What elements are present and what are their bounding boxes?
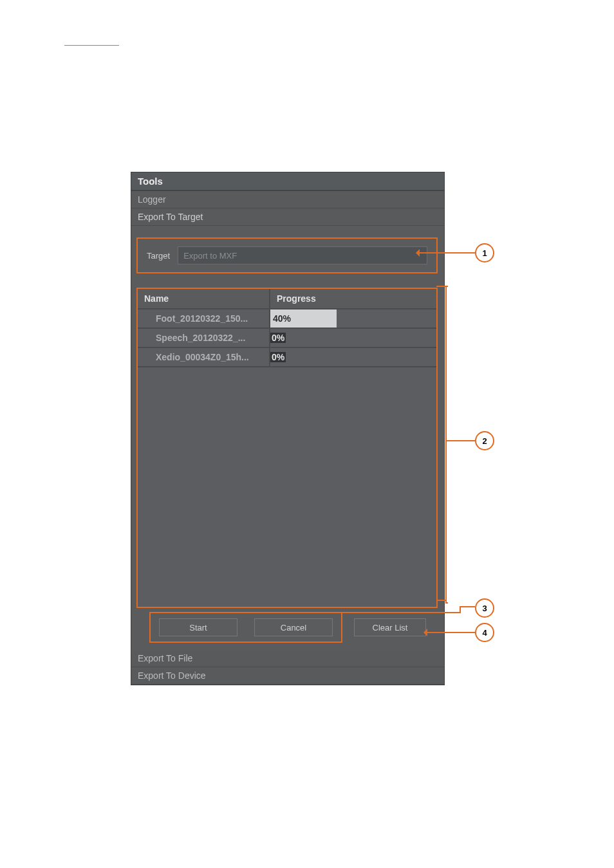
column-header-name[interactable]: Name (138, 289, 270, 308)
target-callout-box: Target Export to MXF (136, 237, 438, 273)
table-row[interactable]: Xedio_00034Z0_15h... 0% (138, 348, 436, 367)
export-list-box: Name Progress Foot_20120322_150... 40% S… (136, 288, 438, 608)
table-row[interactable]: Speech_20120322_... 0% (138, 329, 436, 348)
panel-title: Tools (131, 172, 444, 191)
row-name: Xedio_00034Z0_15h... (138, 348, 270, 366)
progress-text: 0% (270, 333, 286, 343)
row-progress: 0% (270, 348, 436, 366)
callout-bracket (445, 286, 448, 604)
table-row[interactable]: Foot_20120322_150... 40% (138, 309, 436, 329)
tools-panel: Tools Logger Export To Target Target Exp… (131, 172, 445, 685)
target-dropdown[interactable]: Export to MXF (178, 246, 427, 264)
menu-export-target[interactable]: Export To Target (131, 208, 444, 226)
callout-connector-3h (340, 612, 461, 613)
menu-logger[interactable]: Logger (131, 191, 444, 208)
cancel-button[interactable]: Cancel (254, 618, 333, 636)
callout-arrow-4 (425, 632, 475, 633)
callout-arrow (417, 252, 475, 254)
callout-connector-3h2 (460, 606, 475, 607)
row-progress: 0% (270, 329, 436, 347)
row-name: Speech_20120322_... (138, 329, 270, 347)
export-target-content: Target Export to MXF Name Progress Foot_… (131, 226, 444, 653)
start-button[interactable]: Start (159, 618, 237, 636)
callout-number-1: 1 (475, 243, 494, 263)
row-progress: 40% (270, 309, 436, 328)
callout-connector (447, 440, 475, 441)
target-label: Target (147, 251, 170, 261)
clear-list-button[interactable]: Clear List (354, 618, 426, 636)
callout-tick-bottom (436, 600, 445, 601)
row-name: Foot_20120322_150... (138, 309, 270, 328)
callout-tick-top (436, 286, 445, 287)
divider-rule (64, 45, 119, 46)
callout-number-2: 2 (475, 431, 494, 450)
menu-export-file[interactable]: Export To File (131, 650, 444, 667)
collapsed-sections: Export To File Export To Device (131, 650, 444, 685)
action-buttons-callout: Start Cancel (149, 612, 342, 643)
callout-number-3: 3 (475, 598, 494, 618)
column-header-progress[interactable]: Progress (270, 289, 436, 308)
menu-export-device[interactable]: Export To Device (131, 667, 444, 685)
callout-number-4: 4 (475, 623, 494, 642)
target-dropdown-value: Export to MXF (183, 251, 237, 261)
export-list-header: Name Progress (138, 289, 436, 309)
progress-text: 40% (270, 313, 291, 324)
progress-text: 0% (270, 352, 286, 362)
